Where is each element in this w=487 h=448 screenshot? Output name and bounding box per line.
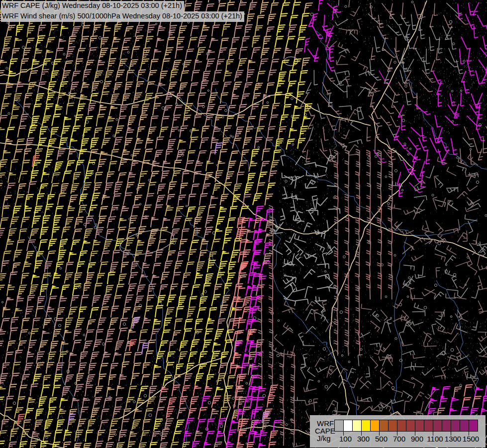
svg-text:100: 100	[339, 435, 352, 443]
svg-text:J/kg: J/kg	[317, 434, 331, 443]
svg-text:300: 300	[357, 435, 370, 443]
svg-text:500: 500	[375, 435, 388, 443]
svg-text:1500: 1500	[463, 435, 479, 443]
svg-text:1300: 1300	[445, 435, 461, 443]
svg-text:1100: 1100	[427, 435, 443, 443]
svg-text:700: 700	[393, 435, 405, 443]
svg-text:900: 900	[411, 435, 423, 443]
